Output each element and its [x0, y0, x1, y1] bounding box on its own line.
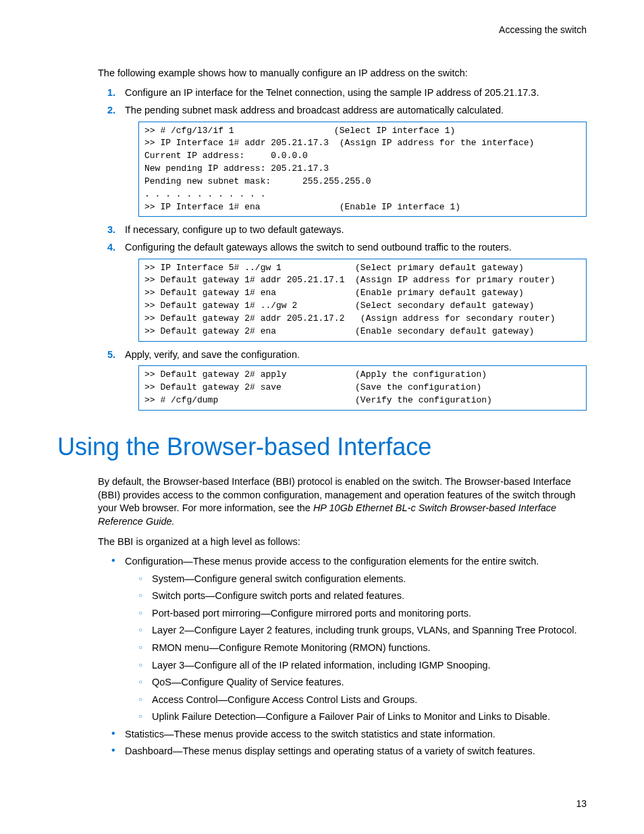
- step-4-text: Configuring the default gateways allows …: [125, 242, 512, 253]
- step-3-text: If necessary, configure up to two defaul…: [125, 224, 344, 235]
- intro-text: The following example shows how to manua…: [98, 67, 587, 80]
- code-block-3: >> Default gateway 2# apply (Apply the c…: [138, 365, 587, 411]
- page-number: 13: [576, 798, 587, 810]
- sub-l2: Layer 2—Configure Layer 2 features, incl…: [152, 624, 587, 637]
- bullet-dashboard: Dashboard—These menus display settings a…: [125, 745, 587, 758]
- page: Accessing the switch The following examp…: [0, 0, 644, 834]
- code-block-1: >> # /cfg/l3/if 1 (Select IP interface 1…: [138, 122, 587, 217]
- step-3: If necessary, configure up to two defaul…: [125, 224, 587, 237]
- bbi-paragraph-1: By default, the Browser-based Interface …: [98, 475, 587, 528]
- sub-mirror: Port-based port mirroring—Configure mirr…: [152, 607, 587, 621]
- step-1-text: Configure an IP interface for the Telnet…: [125, 87, 539, 98]
- step-5-text: Apply, verify, and save the configuratio…: [125, 349, 300, 360]
- section-heading: Using the Browser-based Interface: [57, 431, 587, 464]
- sub-qos: QoS—Configure Quality of Service feature…: [152, 676, 587, 689]
- bullet-configuration-text: Configuration—These menus provide access…: [125, 556, 539, 567]
- step-2: The pending subnet mask address and broa…: [125, 104, 587, 118]
- bbi-paragraph-2: The BBI is organized at a high level as …: [98, 536, 587, 549]
- sub-ufd: Uplink Failure Detection—Configure a Fai…: [152, 710, 587, 724]
- step-5: Apply, verify, and save the configuratio…: [125, 348, 587, 362]
- sub-l3: Layer 3—Configure all of the IP related …: [152, 659, 587, 673]
- step-2-text: The pending subnet mask address and broa…: [125, 105, 504, 115]
- sub-ports: Switch ports—Configure switch ports and …: [152, 590, 587, 603]
- running-header: Accessing the switch: [57, 24, 587, 36]
- sub-rmon: RMON menu—Configure Remote Monitoring (R…: [152, 642, 587, 655]
- step-4: Configuring the default gateways allows …: [125, 241, 587, 255]
- bullet-statistics: Statistics—These menus provide access to…: [125, 728, 587, 741]
- step-1: Configure an IP interface for the Telnet…: [125, 86, 587, 100]
- code-block-2: >> IP Interface 5# ../gw 1 (Select prima…: [138, 259, 587, 342]
- bullet-configuration: Configuration—These menus provide access…: [125, 555, 587, 724]
- sub-system: System—Configure general switch configur…: [152, 573, 587, 586]
- sub-acl: Access Control—Configure Access Control …: [152, 694, 587, 707]
